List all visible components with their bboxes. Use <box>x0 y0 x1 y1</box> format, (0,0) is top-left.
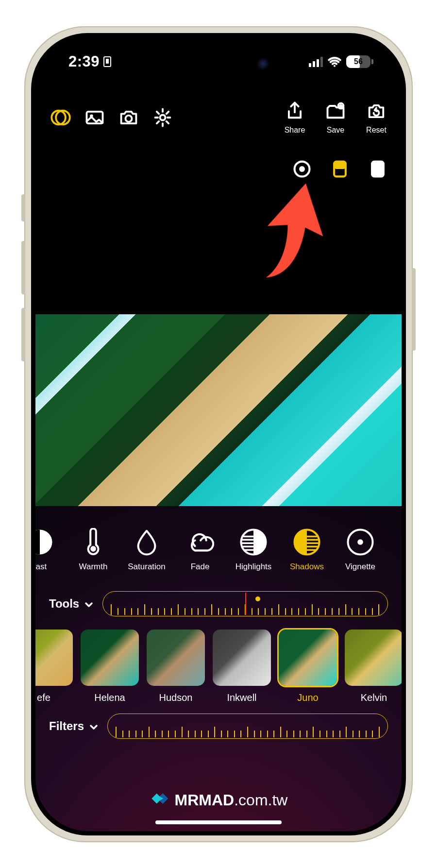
view-mode-row <box>293 160 387 178</box>
adjustment-slider[interactable] <box>102 591 388 616</box>
filter-kelvin[interactable]: Kelvin <box>342 628 402 706</box>
tool-label: Warmth <box>79 562 108 572</box>
tool-contrast[interactable]: rast <box>35 528 67 581</box>
svg-point-8 <box>299 166 305 172</box>
tool-label: Vignette <box>345 562 375 572</box>
filters-row[interactable]: efe Helena Hudson Inkwell Juno Kelvin <box>35 628 402 706</box>
app-logo-icon[interactable] <box>50 107 71 128</box>
slider-ticks <box>116 727 380 737</box>
svg-point-4 <box>125 115 132 121</box>
phone-frame: 2:39 56 <box>24 26 413 842</box>
dynamic-island <box>158 48 279 82</box>
tool-saturation[interactable]: Saturation <box>120 528 173 581</box>
tools-section-label: Tools <box>49 597 79 611</box>
svg-rect-11 <box>372 161 384 176</box>
tools-section-toggle[interactable]: Tools <box>49 597 94 611</box>
battery-icon: 56 <box>346 55 373 68</box>
slider-knob[interactable] <box>255 596 260 601</box>
filter-inkwell[interactable]: Inkwell <box>210 628 273 706</box>
tool-warmth[interactable]: Warmth <box>67 528 120 581</box>
settings-icon[interactable] <box>152 107 173 128</box>
watermark: MRMAD.com.tw <box>35 788 402 813</box>
filter-label: Juno <box>297 692 318 703</box>
save-button[interactable]: Save <box>325 101 346 135</box>
save-label: Save <box>327 126 344 135</box>
filter-strength-slider[interactable] <box>107 714 388 739</box>
compare-view-icon[interactable] <box>293 160 311 178</box>
mute-switch <box>21 194 25 221</box>
tool-shadows[interactable]: Shadows <box>280 528 334 581</box>
filter-label: Kelvin <box>361 692 387 703</box>
status-time: 2:39 <box>68 53 100 70</box>
volume-up <box>21 241 25 294</box>
tool-label: Highlights <box>235 562 272 572</box>
chevron-down-icon <box>89 721 99 731</box>
filter-label: Hudson <box>159 692 193 703</box>
svg-point-17 <box>357 539 363 545</box>
reset-label: Reset <box>366 126 387 135</box>
filter-juno[interactable]: Juno <box>276 628 339 706</box>
tool-vignette[interactable]: Vignette <box>334 528 387 581</box>
filter-efe[interactable]: efe <box>35 628 75 706</box>
tool-highlights[interactable]: Highlights <box>227 528 280 581</box>
filter-helena[interactable]: Helena <box>78 628 141 706</box>
volume-down <box>21 308 25 361</box>
filters-section-toggle[interactable]: Filters <box>49 719 99 733</box>
svg-point-13 <box>90 546 96 552</box>
wifi-icon <box>328 55 341 68</box>
photo-content <box>35 314 402 506</box>
camera-icon[interactable] <box>118 107 139 128</box>
share-button[interactable]: Share <box>284 101 305 135</box>
photo-preview[interactable] <box>35 314 402 506</box>
filter-hudson[interactable]: Hudson <box>144 628 207 706</box>
slider-center <box>245 593 246 615</box>
filter-label: Inkwell <box>227 692 256 703</box>
filters-slider-row: Filters <box>35 712 402 741</box>
annotation-arrow-icon <box>244 172 340 278</box>
watermark-logo-icon <box>150 788 170 813</box>
svg-rect-10 <box>334 161 346 169</box>
top-toolbar: Share Save Reset <box>35 101 402 135</box>
tools-slider-row: Tools <box>35 589 402 618</box>
filters-section-label: Filters <box>49 719 84 733</box>
tool-label: Saturation <box>128 562 166 572</box>
reset-button[interactable]: Reset <box>366 101 387 135</box>
battery-level: 56 <box>354 57 363 66</box>
watermark-brand: MRMAD <box>175 791 235 809</box>
split-view-icon[interactable] <box>331 160 349 178</box>
watermark-domain: .com.tw <box>234 791 287 809</box>
chevron-down-icon <box>84 599 94 609</box>
gallery-icon[interactable] <box>84 107 105 128</box>
tool-label: Fade <box>191 562 210 572</box>
home-indicator[interactable] <box>155 820 282 824</box>
cellular-signal-icon <box>309 56 323 67</box>
filter-label: efe <box>37 692 50 703</box>
filter-label: Helena <box>94 692 125 703</box>
tools-row[interactable]: rast Warmth Saturation Fade Highlights S… <box>35 528 402 581</box>
full-view-icon[interactable] <box>369 160 387 178</box>
sim-icon <box>103 56 111 67</box>
screen: 2:39 56 <box>35 37 402 831</box>
tool-fade[interactable]: Fade <box>173 528 227 581</box>
tool-label: rast <box>35 562 47 572</box>
svg-point-5 <box>160 115 166 120</box>
power-button <box>412 268 416 351</box>
share-label: Share <box>285 126 305 135</box>
tool-label: Shadows <box>290 562 324 572</box>
